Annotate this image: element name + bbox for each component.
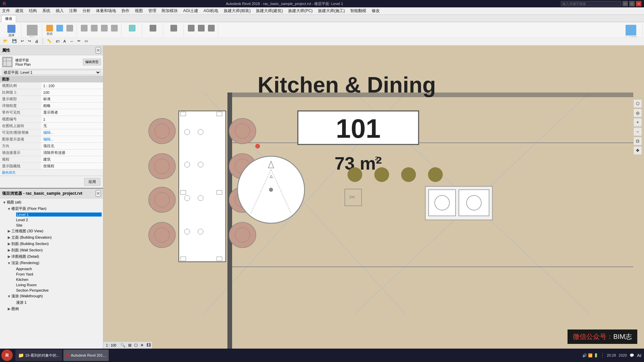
menu-item-体量和场地[interactable]: 体量和场地 bbox=[96, 8, 116, 14]
qa-redo[interactable]: ↪ bbox=[26, 38, 32, 44]
project-tree[interactable]: ▼视图 (all)▼楼层平面 (Floor Plan)Level 1Level … bbox=[0, 198, 103, 361]
tree-toggle[interactable]: ▶ bbox=[7, 229, 11, 233]
prop-value[interactable]: 编辑... bbox=[41, 129, 103, 136]
tree-toggle[interactable]: ▶ bbox=[7, 235, 11, 240]
modify-btn2[interactable] bbox=[197, 24, 206, 33]
menu-item-智能翻模[interactable]: 智能翻模 bbox=[350, 8, 366, 14]
tree-item[interactable]: ▶三维视图 (3D View) bbox=[0, 228, 103, 234]
tree-item[interactable]: ▶剖面 (Building Section) bbox=[0, 241, 103, 247]
properties-close-button[interactable]: ✕ bbox=[96, 47, 101, 54]
paste-btn[interactable] bbox=[65, 24, 74, 37]
sun-btn[interactable]: ☀ bbox=[139, 343, 145, 348]
tree-item[interactable]: Level 2 bbox=[0, 217, 103, 223]
tree-toggle[interactable]: ▼ bbox=[7, 294, 11, 298]
menu-item-附加模块[interactable]: 附加模块 bbox=[162, 8, 178, 14]
tree-item[interactable]: Approach bbox=[0, 266, 103, 272]
qa-undo[interactable]: ↩ bbox=[19, 38, 25, 44]
tree-toggle[interactable]: ▶ bbox=[7, 248, 11, 252]
color-fill-link[interactable]: 颜色填充 bbox=[2, 170, 15, 175]
tree-item[interactable]: Kitchen bbox=[0, 277, 103, 282]
main-canvas[interactable]: ▵ ✂ 101 73 m² ² Kitchen & Dining 微信公众号：B… bbox=[103, 46, 644, 354]
geom-btn3[interactable] bbox=[100, 24, 109, 33]
menu-item-协作[interactable]: 协作 bbox=[121, 8, 129, 14]
start-button[interactable]: R bbox=[1, 350, 13, 361]
tree-item[interactable]: ▼视图 (all) bbox=[0, 199, 103, 205]
qa-save[interactable]: 💾 bbox=[11, 38, 18, 44]
qa-dim[interactable]: ↔ bbox=[68, 39, 75, 44]
menu-item-族建大师(建筑)[interactable]: 族建大师(建筑) bbox=[256, 8, 283, 14]
maximize-button[interactable]: □ bbox=[629, 1, 635, 6]
measure-btn[interactable] bbox=[148, 24, 158, 33]
menu-item-修改[interactable]: 修改 bbox=[372, 8, 380, 14]
pan-btn[interactable]: ✥ bbox=[633, 146, 642, 155]
qa-text[interactable]: A bbox=[62, 39, 67, 44]
menu-item-分析[interactable]: 分析 bbox=[83, 8, 91, 14]
tree-item[interactable]: ▼漫游 (Walkthrough) bbox=[0, 293, 103, 299]
apply-button[interactable]: 应用 bbox=[84, 178, 100, 186]
menu-item-结构[interactable]: 结构 bbox=[29, 8, 37, 14]
taskbar-item-explorer[interactable]: 📁 19-看到的对象中的... bbox=[15, 350, 62, 361]
geom-btn2[interactable] bbox=[90, 24, 99, 33]
qa-tag[interactable]: 🏷 bbox=[54, 39, 61, 44]
tab-modify[interactable]: 修改 bbox=[1, 15, 16, 22]
menu-item-族建大师(PC)[interactable]: 族建大师(PC) bbox=[288, 8, 313, 14]
menu-item-插入[interactable]: 插入 bbox=[56, 8, 64, 14]
menu-item-族建大师(精装)[interactable]: 族建大师(精装) bbox=[224, 8, 251, 14]
menu-item-族建大师(施工)[interactable]: 族建大师(施工) bbox=[318, 8, 345, 14]
tree-toggle[interactable]: ▶ bbox=[7, 254, 11, 259]
zoom-out-btn[interactable]: − bbox=[633, 127, 642, 136]
notification-btn[interactable]: 💬 bbox=[630, 353, 634, 358]
tree-item[interactable]: Living Room bbox=[0, 282, 103, 288]
floor-plan-select[interactable]: 楼层平面: Level 1 楼层平面: Level 2 bbox=[2, 70, 101, 75]
render-btn[interactable]: 🎞 bbox=[145, 343, 152, 348]
view-cube-btn[interactable]: ⬡ bbox=[633, 99, 642, 108]
zoom-fit-btn[interactable]: ⊡ bbox=[633, 137, 642, 145]
tree-item[interactable]: ▼楼层平面 (Floor Plan) bbox=[0, 205, 103, 212]
search-input[interactable] bbox=[561, 1, 621, 6]
zoom-fit-canvas-btn[interactable]: ⊞ bbox=[127, 343, 133, 348]
minimize-button[interactable]: ─ bbox=[623, 1, 628, 6]
menu-item-AGI机电[interactable]: AGI机电 bbox=[204, 8, 219, 14]
menu-item-文件[interactable]: 文件 bbox=[2, 8, 10, 14]
tree-item[interactable]: From Yard bbox=[0, 272, 103, 277]
zoom-region-btn[interactable]: 🔍 bbox=[119, 343, 127, 348]
zoom-in-btn[interactable]: + bbox=[633, 118, 642, 127]
tree-item[interactable]: ▶剖面 (Wall Section) bbox=[0, 247, 103, 253]
tree-item[interactable]: 漫游 1 bbox=[0, 299, 103, 306]
menu-item-建筑[interactable]: 建筑 bbox=[15, 8, 23, 14]
menu-item-AGI土建[interactable]: AGI土建 bbox=[183, 8, 198, 14]
qa-print[interactable]: 🖨 bbox=[34, 39, 40, 44]
modify-btn1[interactable] bbox=[186, 24, 196, 33]
view-btn[interactable] bbox=[127, 24, 137, 33]
geom-btn1[interactable] bbox=[79, 24, 89, 33]
qa-region[interactable]: ▭ bbox=[83, 38, 89, 44]
qa-measure[interactable]: 📏 bbox=[46, 38, 53, 44]
tree-item[interactable]: ▶详图视图 (Detail) bbox=[0, 253, 103, 260]
menu-item-注释[interactable]: 注释 bbox=[69, 8, 77, 14]
3d-view-canvas-btn[interactable]: ⬡ bbox=[133, 343, 139, 348]
tree-toggle[interactable]: ▶ bbox=[7, 307, 11, 311]
edit-type-button[interactable]: 编辑类型 bbox=[83, 59, 101, 65]
close-button[interactable]: ✕ bbox=[636, 1, 641, 6]
project-browser-close-button[interactable]: ✕ bbox=[96, 190, 101, 197]
tree-item[interactable]: ▼渲染 (Rendering) bbox=[0, 260, 103, 266]
copy-btn[interactable] bbox=[55, 24, 64, 37]
tree-toggle[interactable]: ▼ bbox=[7, 261, 11, 265]
tree-toggle[interactable]: ▼ bbox=[7, 207, 11, 211]
menu-item-视图[interactable]: 视图 bbox=[135, 8, 143, 14]
taskbar-item-revit[interactable]: R Autodesk Revit 201... bbox=[63, 350, 109, 361]
qa-open[interactable]: 📂 bbox=[2, 38, 9, 44]
tree-item[interactable]: Section Perspective bbox=[0, 288, 103, 293]
menu-item-系统[interactable]: 系统 bbox=[42, 8, 50, 14]
create-btn[interactable] bbox=[169, 24, 178, 33]
qa-detail[interactable]: ✏ bbox=[76, 38, 82, 44]
menu-item-管理[interactable]: 管理 bbox=[148, 8, 156, 14]
tree-item[interactable]: Site bbox=[0, 223, 103, 228]
select-btn[interactable]: 选择 bbox=[6, 24, 17, 38]
tree-toggle[interactable]: ▶ bbox=[7, 242, 11, 246]
prop-value[interactable]: 编辑... bbox=[41, 136, 103, 143]
modify-btn3[interactable] bbox=[207, 24, 216, 33]
tree-item[interactable]: ▶图例 bbox=[0, 306, 103, 312]
tree-item[interactable]: ▶立面 (Building Elevation) bbox=[0, 234, 103, 241]
cut-btn[interactable]: 剪切 bbox=[45, 24, 54, 37]
